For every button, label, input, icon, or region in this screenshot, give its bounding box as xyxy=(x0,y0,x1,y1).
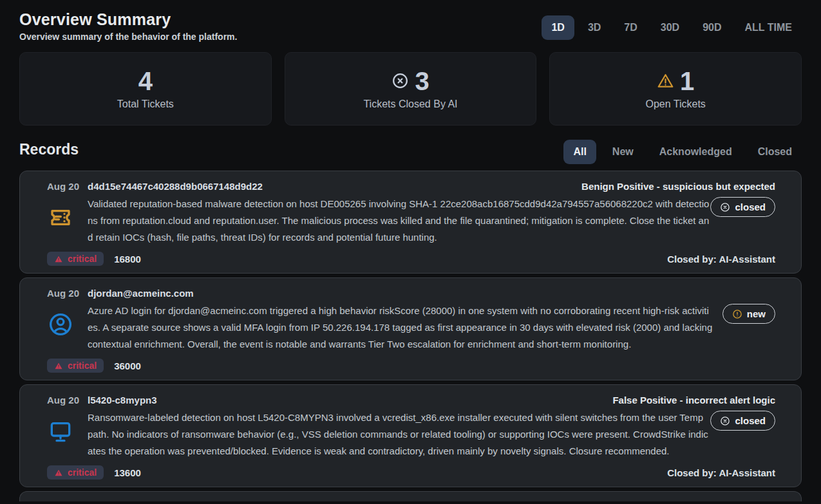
overview-page: Overview Summary Overview summary of the… xyxy=(0,0,821,504)
severity-badge: critical xyxy=(47,252,104,266)
status-label: closed xyxy=(735,201,766,212)
record-triage-verdict: False Positive - incorrect alert logic xyxy=(612,395,775,406)
status-label: new xyxy=(747,308,766,319)
severity-label: critical xyxy=(68,254,97,264)
record-score: 13600 xyxy=(114,467,141,478)
severity-badge: critical xyxy=(47,359,104,373)
records-title: Records xyxy=(19,141,79,158)
record-card[interactable]: Aug 20 d4d15e74467c40288d9b0667148d9d22 … xyxy=(19,171,802,274)
alert-filled-icon xyxy=(54,469,63,477)
record-title: djordan@acmeinc.com xyxy=(88,288,194,299)
warning-triangle-icon xyxy=(657,72,674,89)
record-description: Ransomware-labeled detection on host L54… xyxy=(88,409,710,460)
record-date: Aug 20 xyxy=(47,288,88,299)
record-body-row: Azure AD login for djordan@acmeinc.com t… xyxy=(47,303,775,353)
record-triage-verdict: Benign Positive - suspicious but expecte… xyxy=(581,181,775,192)
record-status-button[interactable]: closed xyxy=(710,411,775,431)
record-description: Azure AD login for djordan@acmeinc.com t… xyxy=(88,303,713,353)
alert-filled-icon xyxy=(54,362,63,370)
record-footer-row: critical 16800 Closed by: AI-Assistant xyxy=(47,251,775,266)
time-range-tab-1d[interactable]: 1D xyxy=(542,15,574,40)
stat-top: 3 xyxy=(392,68,429,94)
page-title: Overview Summary xyxy=(19,10,237,29)
partial-record-card xyxy=(19,491,802,501)
record-title: d4d15e74467c40288d9b0667148d9d22 xyxy=(88,181,263,192)
stat-label: Open Tickets xyxy=(645,98,705,110)
record-footer-row: critical 13600 Closed by: AI-Assistant xyxy=(47,465,775,480)
monitor-icon xyxy=(47,409,88,444)
close-circle-icon xyxy=(720,202,730,212)
record-score: 16800 xyxy=(114,254,141,265)
status-label: closed xyxy=(735,415,766,426)
topbar: Overview Summary Overview summary of the… xyxy=(19,10,802,42)
stat-top: 4 xyxy=(138,68,153,94)
filter-tab-closed[interactable]: Closed xyxy=(748,140,802,164)
stat-card: 1 Open Tickets xyxy=(549,52,802,126)
filter-tab-all[interactable]: All xyxy=(563,140,596,164)
record-list: Aug 20 d4d15e74467c40288d9b0667148d9d22 … xyxy=(19,171,802,487)
stat-value: 1 xyxy=(680,68,694,94)
record-closed-by: Closed by: AI-Assistant xyxy=(667,254,775,265)
stat-value: 4 xyxy=(138,68,153,94)
record-title: l5420-c8mypn3 xyxy=(88,395,157,406)
time-range-tab-90d[interactable]: 90D xyxy=(693,15,731,40)
stat-top: 1 xyxy=(657,68,694,94)
stat-card: 4 Total Tickets xyxy=(19,52,272,126)
records-header: Records AllNewAcknowledgedClosed xyxy=(19,135,802,164)
page-subtitle: Overview summary of the behavior of the … xyxy=(19,32,237,42)
record-score: 36000 xyxy=(114,360,141,371)
severity-label: critical xyxy=(68,467,97,478)
record-description: Validated reputation-based malware detec… xyxy=(88,196,710,246)
alert-circle-icon xyxy=(732,309,742,319)
record-card[interactable]: Aug 20 djordan@acmeinc.com Azure AD logi… xyxy=(19,277,802,380)
close-circle-icon xyxy=(720,416,730,426)
severity-label: critical xyxy=(68,360,97,371)
record-date: Aug 20 xyxy=(47,395,88,406)
time-range-tab-30d[interactable]: 30D xyxy=(651,15,689,40)
record-filter-tabs: AllNewAcknowledgedClosed xyxy=(563,140,802,164)
user-icon xyxy=(47,303,88,337)
severity-badge: critical xyxy=(47,465,104,480)
time-range-tab-7d[interactable]: 7D xyxy=(614,15,646,40)
record-footer-row: critical 36000 xyxy=(47,358,775,373)
record-header-row: Aug 20 d4d15e74467c40288d9b0667148d9d22 … xyxy=(47,181,775,192)
record-status-button[interactable]: new xyxy=(722,304,775,324)
ticket-icon xyxy=(47,196,88,230)
close-circle-icon xyxy=(392,72,409,89)
stat-label: Total Tickets xyxy=(117,98,174,110)
time-range-tabs: 1D3D7D30D90DALL TIME xyxy=(542,15,802,40)
record-header-row: Aug 20 l5420-c8mypn3 False Positive - in… xyxy=(47,395,775,406)
record-status-button[interactable]: closed xyxy=(710,197,775,217)
stat-label: Tickets Closed By AI xyxy=(363,98,457,110)
filter-tab-new[interactable]: New xyxy=(603,140,643,164)
record-card[interactable]: Aug 20 l5420-c8mypn3 False Positive - in… xyxy=(19,384,802,487)
record-header-row: Aug 20 djordan@acmeinc.com xyxy=(47,288,775,299)
filter-tab-acknowledged[interactable]: Acknowledged xyxy=(650,140,742,164)
time-range-tab-3d[interactable]: 3D xyxy=(578,15,610,40)
time-range-tab-all-time[interactable]: ALL TIME xyxy=(735,15,802,40)
stat-value: 3 xyxy=(415,68,429,94)
alert-filled-icon xyxy=(54,255,63,263)
record-body-row: Validated reputation-based malware detec… xyxy=(47,196,775,246)
topbar-left: Overview Summary Overview summary of the… xyxy=(19,10,237,42)
stat-card: 3 Tickets Closed By AI xyxy=(285,52,537,126)
record-body-row: Ransomware-labeled detection on host L54… xyxy=(47,409,775,460)
stats-row: 4 Total Tickets 3 Tickets Closed By AI 1… xyxy=(19,52,802,126)
record-closed-by: Closed by: AI-Assistant xyxy=(667,467,775,478)
record-date: Aug 20 xyxy=(47,181,88,192)
